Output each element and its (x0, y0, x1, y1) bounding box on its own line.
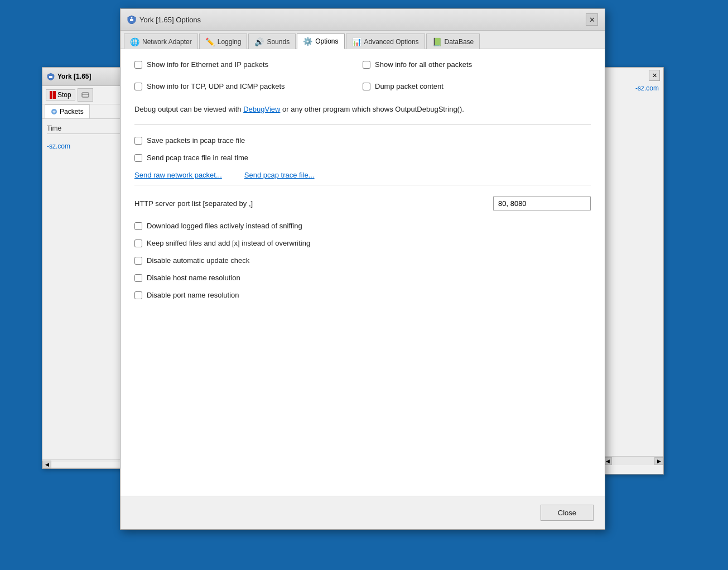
checkbox-all-packets[interactable] (363, 61, 370, 69)
checkbox-tcp-row: Show info for TCP, UDP and ICMP packets (134, 82, 363, 90)
checkbox-disable-hostname-row: Disable host name resolution (134, 274, 591, 282)
debug-text-suffix: or any other program which shows OutputD… (280, 105, 464, 113)
bg-app-icon (47, 73, 55, 80)
dialog-tab-bar: 🌐 Network Adapter ✏️ Logging 🔊 Sounds ⚙️… (120, 31, 605, 49)
checkbox-dump[interactable] (363, 83, 370, 90)
checkbox-download-logged-row: Download logged files actively instead o… (134, 222, 591, 230)
checkbox-keep-sniffed[interactable] (134, 240, 142, 247)
debug-text: Debug output can be viewed with DebugVie… (134, 105, 591, 113)
bg-stop-button[interactable]: Stop (46, 89, 75, 100)
checkbox-disable-portname-label[interactable]: Disable port name resolution (147, 291, 239, 299)
checkbox-send-pcap-rt[interactable] (134, 154, 142, 162)
bg-scroll-left[interactable]: ◀ (42, 461, 51, 468)
checkbox-disable-update-row: Disable automatic update check (134, 256, 591, 265)
bg-link[interactable]: -sz.com (47, 140, 70, 152)
checkbox-dump-row: Dump packet content (363, 82, 591, 90)
checkbox-send-pcap-rt-row: Send pcap trace file in real time (134, 154, 591, 162)
svg-rect-0 (49, 76, 52, 78)
close-button[interactable]: Close (541, 505, 594, 521)
dialog-content: Show info for Ethernet and IP packets Sh… (120, 49, 605, 496)
dialog-titlebar: York [1.65] Options ✕ (120, 9, 605, 31)
svg-point-5 (131, 17, 133, 19)
checkbox-save-pcap-row: Save packets in pcap trace file (134, 136, 591, 145)
link-buttons-row: Send raw network packet... Send pcap tra… (134, 171, 591, 179)
debug-text-prefix: Debug output can be viewed with (134, 105, 243, 113)
tab-database[interactable]: 📗 DataBase (426, 33, 480, 49)
logging-icon: ✏️ (205, 37, 215, 46)
database-icon: 📗 (432, 37, 442, 46)
dialog-title-text: York [1.65] Options (139, 16, 201, 24)
tab-sounds[interactable]: 🔊 Sounds (248, 33, 296, 49)
bg-toolbar-icon[interactable] (78, 88, 93, 102)
checkbox-download-logged-label[interactable]: Download logged files actively instead o… (147, 222, 302, 230)
checkbox-ethernet[interactable] (134, 61, 142, 69)
checkbox-ethernet-row: Show info for Ethernet and IP packets (134, 60, 363, 69)
sounds-icon: 🔊 (254, 37, 264, 46)
bg-window-title-text: York [1.65] (57, 73, 91, 80)
bg-right-scroll-right[interactable]: ▶ (654, 457, 663, 465)
separator-2 (134, 185, 591, 185)
checkbox-tcp[interactable] (134, 83, 142, 90)
bg-packets-tab[interactable]: Packets (45, 104, 90, 118)
options-dialog: York [1.65] Options ✕ 🌐 Network Adapter … (120, 8, 605, 530)
checkbox-disable-portname[interactable] (134, 291, 142, 299)
bg-right-link[interactable]: -sz.com (635, 84, 659, 92)
http-port-label: HTTP server port list [separated by ,] (134, 199, 253, 208)
http-port-input[interactable] (493, 197, 591, 210)
tab-options[interactable]: ⚙️ Options (297, 33, 344, 49)
checkbox-keep-sniffed-label[interactable]: Keep sniffed files and add [x] instead o… (147, 239, 310, 247)
advanced-options-icon: 📊 (352, 37, 361, 46)
checkbox-disable-hostname-label[interactable]: Disable host name resolution (147, 274, 240, 282)
dialog-app-icon (127, 15, 136, 24)
check-row-1: Show info for Ethernet and IP packets Sh… (134, 60, 591, 78)
checkbox-ethernet-label[interactable]: Show info for Ethernet and IP packets (147, 60, 268, 69)
http-port-row: HTTP server port list [separated by ,] (134, 197, 591, 210)
separator-1 (134, 124, 591, 125)
check-row-2: Show info for TCP, UDP and ICMP packets … (134, 82, 591, 99)
checkbox-disable-hostname[interactable] (134, 274, 142, 282)
send-raw-packet-link[interactable]: Send raw network packet... (134, 171, 222, 179)
debugview-link[interactable]: DebugView (243, 105, 280, 113)
checkbox-disable-portname-row: Disable port name resolution (134, 291, 591, 299)
bg-right-panel: ✕ -sz.com ◀ ▶ (602, 67, 664, 475)
tab-logging[interactable]: ✏️ Logging (199, 33, 248, 49)
checkbox-disable-update[interactable] (134, 257, 142, 265)
dialog-close-button[interactable]: ✕ (586, 13, 598, 26)
stop-icon (50, 91, 56, 99)
tab-advanced-options[interactable]: 📊 Advanced Options (346, 33, 425, 49)
send-pcap-file-link[interactable]: Send pcap trace file... (244, 171, 315, 179)
checkbox-dump-label[interactable]: Dump packet content (375, 82, 443, 90)
checkbox-download-logged[interactable] (134, 222, 142, 230)
checkbox-save-pcap-label[interactable]: Save packets in pcap trace file (147, 136, 245, 145)
checkbox-tcp-label[interactable]: Show info for TCP, UDP and ICMP packets (147, 82, 285, 90)
bg-right-close[interactable]: ✕ (645, 68, 663, 83)
bg-right-hscroll: ◀ ▶ (603, 456, 663, 465)
checkbox-save-pcap[interactable] (134, 137, 142, 145)
checkbox-disable-update-label[interactable]: Disable automatic update check (147, 256, 249, 265)
bg-right-close-btn[interactable]: ✕ (649, 70, 660, 81)
checkbox-send-pcap-rt-label[interactable]: Send pcap trace file in real time (147, 154, 248, 162)
options-icon: ⚙️ (303, 37, 312, 46)
tab-network-adapter[interactable]: 🌐 Network Adapter (124, 33, 198, 49)
packets-tab-icon (51, 108, 57, 115)
svg-rect-4 (130, 19, 133, 21)
checkbox-all-packets-label[interactable]: Show info for all other packets (375, 60, 472, 69)
checkbox-keep-sniffed-row: Keep sniffed files and add [x] instead o… (134, 239, 591, 247)
bg-toolbar-icon-svg (81, 91, 89, 99)
checkbox-all-packets-row: Show info for all other packets (363, 60, 591, 69)
network-adapter-icon: 🌐 (130, 37, 139, 46)
svg-rect-1 (82, 93, 89, 97)
dialog-footer: Close (120, 496, 605, 529)
